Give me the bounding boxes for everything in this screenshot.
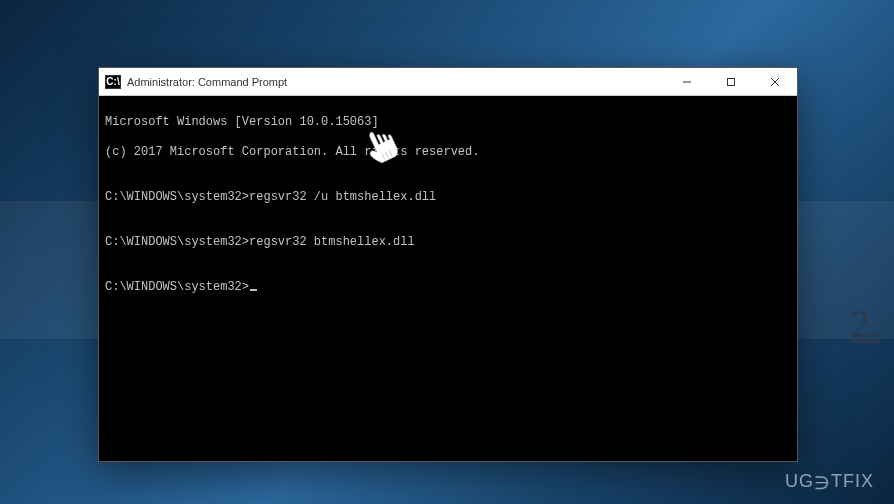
maximize-icon [726,77,736,87]
terminal-line: Microsoft Windows [Version 10.0.15063] [105,115,791,130]
watermark-suffix: TFIX [831,471,874,491]
window-titlebar[interactable]: C:\ Administrator: Command Prompt [99,68,797,96]
ugetfix-watermark: UG∋TFIX [785,470,874,492]
watermark-symbol: ∋ [814,472,831,494]
watermark-prefix: UG [785,471,814,491]
command-prompt-window: C:\ Administrator: Command Prompt Micros… [98,67,798,462]
maximize-button[interactable] [709,68,753,95]
minimize-button[interactable] [665,68,709,95]
terminal-prompt: C:\WINDOWS\system32> [105,280,249,294]
svg-rect-1 [728,78,735,85]
window-title: Administrator: Command Prompt [127,76,665,88]
minimize-icon [682,77,692,87]
close-icon [770,77,780,87]
terminal-line: (c) 2017 Microsoft Corporation. All righ… [105,145,791,160]
cmd-icon: C:\ [105,75,121,89]
terminal-prompt-line: C:\WINDOWS\system32> [105,280,791,295]
terminal-body[interactable]: Microsoft Windows [Version 10.0.15063] (… [99,96,797,461]
terminal-line: C:\WINDOWS\system32>regsvr32 btmshellex.… [105,235,791,250]
terminal-cursor [250,289,257,291]
window-controls [665,68,797,95]
close-button[interactable] [753,68,797,95]
step-number-marker: 2. [850,300,880,347]
terminal-line: C:\WINDOWS\system32>regsvr32 /u btmshell… [105,190,791,205]
